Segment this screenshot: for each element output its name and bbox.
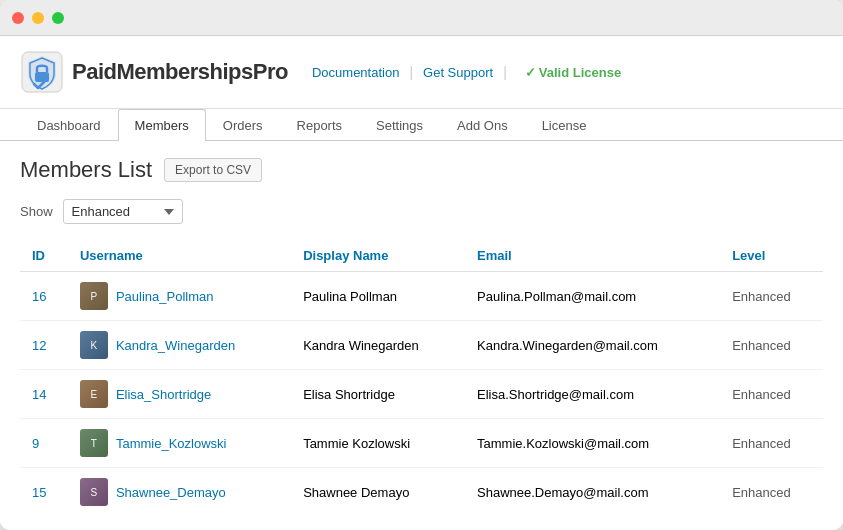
cell-id: 15: [20, 468, 68, 517]
table-row: 15SShawnee_DemayoShawnee DemayoShawnee.D…: [20, 468, 823, 517]
members-table: ID Username Display Name Email Level 16P…: [20, 240, 823, 516]
cell-id: 14: [20, 370, 68, 419]
cell-email: Kandra.Winegarden@mail.com: [465, 321, 720, 370]
cell-email: Shawnee.Demayo@mail.com: [465, 468, 720, 517]
cell-username: KKandra_Winegarden: [68, 321, 291, 370]
cell-username: PPaulina_Pollman: [68, 272, 291, 321]
cell-email: Paulina.Pollman@mail.com: [465, 272, 720, 321]
tab-addons[interactable]: Add Ons: [440, 109, 525, 141]
level-filter-select[interactable]: Enhanced All Levels Basic Premium: [63, 199, 183, 224]
traffic-lights: [12, 12, 64, 24]
main-content: Members List Export to CSV Show Enhanced…: [0, 141, 843, 530]
page-header: Members List Export to CSV: [20, 157, 823, 183]
cell-display-name: Tammie Kozlowski: [291, 419, 465, 468]
username-link[interactable]: Paulina_Pollman: [116, 289, 214, 304]
col-level[interactable]: Level: [720, 240, 823, 272]
avatar: T: [80, 429, 108, 457]
cell-display-name: Paulina Pollman: [291, 272, 465, 321]
avatar: S: [80, 478, 108, 506]
cell-email: Tammie.Kozlowski@mail.com: [465, 419, 720, 468]
cell-id: 16: [20, 272, 68, 321]
col-username[interactable]: Username: [68, 240, 291, 272]
tab-reports[interactable]: Reports: [280, 109, 360, 141]
cell-username: EElisa_Shortridge: [68, 370, 291, 419]
username-link[interactable]: Shawnee_Demayo: [116, 485, 226, 500]
tab-dashboard[interactable]: Dashboard: [20, 109, 118, 141]
header-divider-2: |: [503, 64, 507, 80]
logo-area: PaidMembershipsPro: [20, 50, 288, 94]
col-id[interactable]: ID: [20, 240, 68, 272]
username-link[interactable]: Tammie_Kozlowski: [116, 436, 227, 451]
header-divider: |: [409, 64, 413, 80]
cell-id: 12: [20, 321, 68, 370]
cell-email: Elisa.Shortridge@mail.com: [465, 370, 720, 419]
tab-license[interactable]: License: [525, 109, 604, 141]
table-header: ID Username Display Name Email Level: [20, 240, 823, 272]
cell-id: 9: [20, 419, 68, 468]
col-display-name[interactable]: Display Name: [291, 240, 465, 272]
cell-display-name: Elisa Shortridge: [291, 370, 465, 419]
avatar: E: [80, 380, 108, 408]
page-title: Members List: [20, 157, 152, 183]
avatar: K: [80, 331, 108, 359]
cell-level: Enhanced: [720, 272, 823, 321]
tab-orders[interactable]: Orders: [206, 109, 280, 141]
minimize-button[interactable]: [32, 12, 44, 24]
filter-label: Show: [20, 204, 53, 219]
support-link[interactable]: Get Support: [423, 65, 493, 80]
cell-username: TTammie_Kozlowski: [68, 419, 291, 468]
cell-level: Enhanced: [720, 468, 823, 517]
col-email[interactable]: Email: [465, 240, 720, 272]
tab-members[interactable]: Members: [118, 109, 206, 141]
maximize-button[interactable]: [52, 12, 64, 24]
cell-display-name: Kandra Winegarden: [291, 321, 465, 370]
close-button[interactable]: [12, 12, 24, 24]
cell-level: Enhanced: [720, 419, 823, 468]
logo-text: PaidMembershipsPro: [72, 59, 288, 85]
table-header-row: ID Username Display Name Email Level: [20, 240, 823, 272]
avatar: P: [80, 282, 108, 310]
table-body: 16PPaulina_PollmanPaulina PollmanPaulina…: [20, 272, 823, 517]
header-links: Documentation | Get Support | ✓Valid Lic…: [312, 64, 621, 80]
filter-row: Show Enhanced All Levels Basic Premium: [20, 199, 823, 224]
titlebar: [0, 0, 843, 36]
table-row: 12KKandra_WinegardenKandra WinegardenKan…: [20, 321, 823, 370]
cell-level: Enhanced: [720, 321, 823, 370]
table-row: 16PPaulina_PollmanPaulina PollmanPaulina…: [20, 272, 823, 321]
cell-level: Enhanced: [720, 370, 823, 419]
nav-tabs: Dashboard Members Orders Reports Setting…: [0, 109, 843, 141]
cell-display-name: Shawnee Demayo: [291, 468, 465, 517]
export-csv-button[interactable]: Export to CSV: [164, 158, 262, 182]
table-row: 14EElisa_ShortridgeElisa ShortridgeElisa…: [20, 370, 823, 419]
logo-icon: [20, 50, 64, 94]
checkmark-icon: ✓: [525, 65, 536, 80]
cell-username: SShawnee_Demayo: [68, 468, 291, 517]
username-link[interactable]: Kandra_Winegarden: [116, 338, 235, 353]
documentation-link[interactable]: Documentation: [312, 65, 399, 80]
app-window: PaidMembershipsPro Documentation | Get S…: [0, 0, 843, 530]
table-row: 9TTammie_KozlowskiTammie KozlowskiTammie…: [20, 419, 823, 468]
tab-settings[interactable]: Settings: [359, 109, 440, 141]
username-link[interactable]: Elisa_Shortridge: [116, 387, 211, 402]
app-header: PaidMembershipsPro Documentation | Get S…: [0, 36, 843, 109]
license-status: ✓Valid License: [525, 65, 621, 80]
